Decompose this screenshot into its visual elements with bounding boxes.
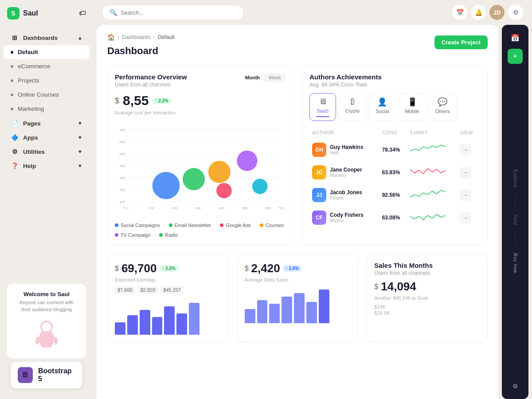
- nav-dot: [11, 65, 13, 68]
- sidebar-section-utilities[interactable]: ⚙ Utilities ▼: [4, 145, 90, 158]
- chevron-down-icon: ▼: [78, 149, 82, 154]
- legend-radio: Radio: [159, 232, 178, 238]
- author-country: Mexico: [330, 218, 364, 223]
- perf-title: Performance Overview: [115, 73, 187, 81]
- social-tab-icon: 👤: [377, 97, 387, 107]
- legend-social: Social Campaigns: [115, 223, 160, 228]
- notifications-button[interactable]: 🔔: [471, 5, 486, 20]
- buy-now-label[interactable]: Buy now: [513, 250, 518, 277]
- bar: [127, 315, 138, 335]
- sparkline-chart: [410, 188, 446, 201]
- svg-text:400: 400: [219, 206, 224, 210]
- metric-label: Avarage cost per interaction: [115, 110, 286, 115]
- sparkline-chart: [410, 165, 446, 178]
- bootstrap-label: Bootstrap 5: [38, 367, 75, 383]
- stat-value: $ 2,420 ↑ 2.6%: [245, 262, 351, 275]
- chevron-down-icon: ▼: [78, 121, 82, 126]
- view-button[interactable]: →: [460, 144, 471, 156]
- stat-label: Expected Earnings: [115, 277, 221, 282]
- svg-text:700: 700: [119, 128, 125, 132]
- add-icon[interactable]: +: [508, 49, 523, 64]
- table-row: JC Jane Cooper Monaco 63.83%: [310, 161, 479, 183]
- create-project-button[interactable]: Create Project: [434, 35, 488, 49]
- sidebar-section-pages[interactable]: 📄 Pages ▼: [4, 117, 90, 130]
- bar: [282, 297, 292, 323]
- sidebar-item-online-courses[interactable]: Online Courses: [4, 88, 90, 102]
- svg-text:600: 600: [119, 140, 125, 144]
- sidebar-item-ecommerce[interactable]: eCommerce: [4, 59, 90, 73]
- pin-icon[interactable]: 🏷: [79, 9, 86, 17]
- content-area: 🏠 › Dashboards › Default Dashboard Creat…: [93, 25, 532, 399]
- calendar-button[interactable]: 📅: [452, 5, 467, 20]
- breadcrumb-dashboards[interactable]: Dashboards: [122, 34, 151, 40]
- bar: [140, 310, 150, 335]
- col-author: AUTHOR: [310, 127, 379, 138]
- mobile-tab-icon: 📱: [407, 97, 417, 107]
- sparkline-chart: [410, 142, 446, 156]
- author-country: Monaco: [330, 173, 362, 178]
- bar: [189, 303, 200, 335]
- avatar[interactable]: JD: [489, 5, 505, 20]
- stat-badge: ↑ 2.6%: [283, 265, 302, 272]
- bar: [245, 309, 255, 323]
- svg-text:300: 300: [195, 206, 201, 210]
- stat-detail: $2,820: [138, 286, 158, 294]
- authors-card: Authors Achievements Avg. 69.34% Conv. R…: [302, 66, 488, 245]
- card-row: Performance Overview Users from all chan…: [107, 66, 488, 245]
- center-panel: 🏠 › Dashboards › Default Dashboard Creat…: [97, 25, 498, 399]
- bar: [306, 302, 317, 323]
- month-button[interactable]: Month: [241, 73, 264, 82]
- others-tab-icon: 💬: [438, 97, 447, 107]
- sidebar-nav: ⊞ Dashboards ▲ Default eCommerce Project…: [0, 27, 93, 277]
- nav-dot: [11, 94, 13, 96]
- tab-crypto[interactable]: ₿ Crypto: [339, 93, 366, 121]
- bootstrap-badge: B Bootstrap 5: [11, 362, 82, 388]
- svg-point-23: [153, 172, 180, 200]
- conv-value: 92.56%: [382, 192, 400, 198]
- utilities-icon: ⚙: [11, 148, 19, 156]
- right-panel: 📅 + Explore Help Buy now ⚙: [502, 25, 528, 399]
- legend-dot: [260, 223, 263, 227]
- author-avatar: JJ: [312, 188, 326, 202]
- settings-button[interactable]: ⚙: [508, 5, 523, 20]
- table-row: GH Guy Hawkins Haiti 78.34%: [310, 139, 479, 160]
- calendar-icon[interactable]: 📅: [508, 30, 523, 45]
- table-row: CF Cody Fishers Mexico 63.08%: [310, 207, 479, 228]
- author-avatar: GH: [312, 143, 326, 157]
- tab-social[interactable]: 👤 Social: [369, 93, 395, 121]
- sidebar-section-apps[interactable]: 🔷 Apps ▼: [4, 131, 90, 144]
- sidebar: S Saul 🏷 ⊞ Dashboards ▲ Default eCommerc…: [0, 0, 93, 399]
- sidebar-section-dashboards[interactable]: ⊞ Dashboards ▲: [4, 31, 90, 44]
- sparkline-chart: [410, 210, 446, 223]
- sidebar-section-help[interactable]: ❓ Help ▼: [4, 159, 90, 172]
- sidebar-header: S Saul 🏷: [0, 0, 93, 27]
- view-button[interactable]: →: [460, 189, 471, 201]
- settings-icon[interactable]: ⚙: [508, 379, 523, 394]
- svg-text:0: 0: [127, 206, 129, 210]
- sidebar-item-marketing[interactable]: Marketing: [4, 102, 90, 116]
- week-button[interactable]: Week: [264, 73, 286, 82]
- sidebar-item-projects[interactable]: Projects: [4, 74, 90, 87]
- breadcrumb: 🏠 › Dashboards › Default: [107, 34, 488, 41]
- bar: [269, 304, 280, 323]
- explore-label[interactable]: Explore: [513, 166, 518, 191]
- welcome-subtitle: Anyone can connect with their audience b…: [14, 299, 79, 313]
- view-button[interactable]: →: [460, 212, 471, 223]
- svg-text:300: 300: [119, 176, 125, 180]
- bar: [115, 322, 125, 335]
- tab-mobile[interactable]: 📱 Mobile: [398, 93, 426, 121]
- tab-others[interactable]: 💬 Others: [429, 93, 457, 121]
- search-input[interactable]: [121, 9, 236, 16]
- expected-earnings-card: $ 69,700 ↑ 2.2% Expected Earnings $7,660…: [107, 254, 228, 342]
- search-box[interactable]: 🔍: [102, 5, 244, 20]
- bubble-chart: 700 600 500 400 300 200 100 0 0 100 200: [115, 120, 286, 217]
- svg-point-26: [237, 151, 257, 171]
- author-name: Cody Fishers: [330, 212, 364, 218]
- view-button[interactable]: →: [460, 167, 471, 178]
- tab-saas[interactable]: 🖥 SaaS: [309, 93, 336, 121]
- sidebar-item-default[interactable]: Default: [4, 45, 90, 59]
- nav-dot: [11, 79, 13, 82]
- col-chart: CHART: [408, 127, 457, 138]
- legend-google: Google Ads: [220, 223, 251, 228]
- help-label[interactable]: Help: [513, 211, 518, 229]
